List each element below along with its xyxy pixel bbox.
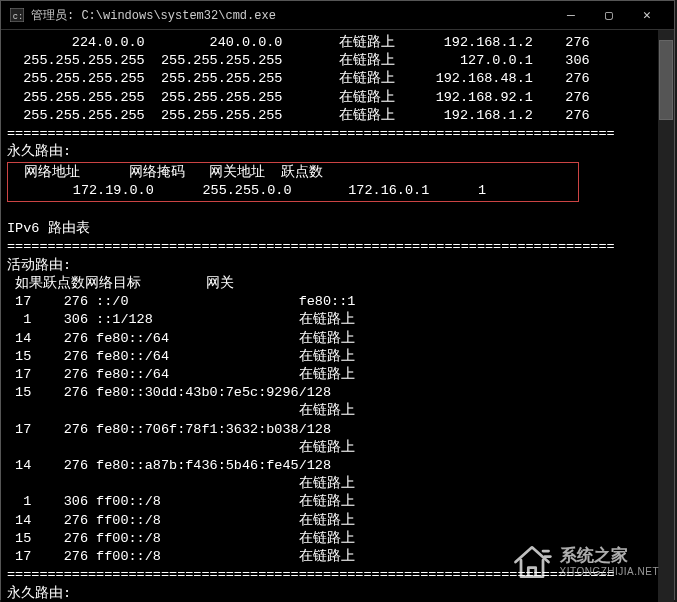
maximize-button[interactable]: ▢ xyxy=(590,1,628,29)
window-controls: — ▢ ✕ xyxy=(552,1,666,29)
cmd-window: c: 管理员: C:\windows\system32\cmd.exe — ▢ … xyxy=(0,0,675,600)
close-button[interactable]: ✕ xyxy=(628,1,666,29)
minimize-button[interactable]: — xyxy=(552,1,590,29)
titlebar[interactable]: c: 管理员: C:\windows\system32\cmd.exe — ▢ … xyxy=(1,1,674,30)
console-output[interactable]: 224.0.0.0 240.0.0.0 在链路上 192.168.1.2 276… xyxy=(1,30,658,602)
window-title: 管理员: C:\windows\system32\cmd.exe xyxy=(31,7,552,24)
scrollbar[interactable] xyxy=(658,30,674,602)
scroll-thumb[interactable] xyxy=(659,40,673,120)
svg-text:c:: c: xyxy=(13,12,24,22)
console-area: 224.0.0.0 240.0.0.0 在链路上 192.168.1.2 276… xyxy=(1,30,674,602)
cmd-icon: c: xyxy=(9,7,25,23)
